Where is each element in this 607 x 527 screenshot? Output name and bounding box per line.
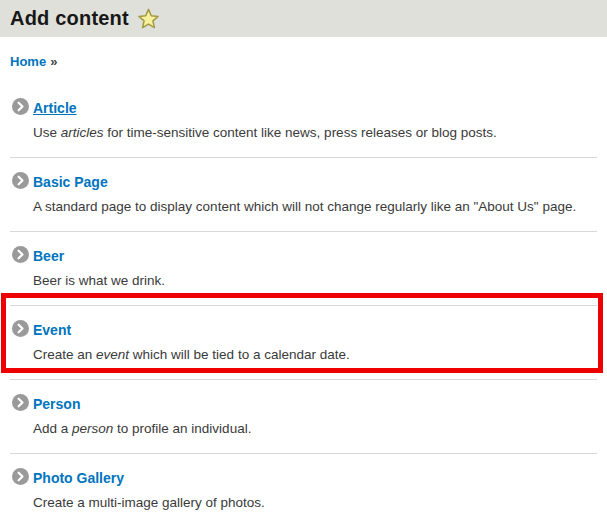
content-type-link-person[interactable]: Person xyxy=(33,396,80,412)
desc-emphasis: articles xyxy=(61,125,104,140)
content-type-description: Add a person to profile an individual. xyxy=(33,421,597,437)
chevron-right-circle-icon xyxy=(12,98,29,115)
content-type-link-photo-gallery[interactable]: Photo Gallery xyxy=(33,470,124,486)
breadcrumb-home-link[interactable]: Home xyxy=(10,54,46,69)
breadcrumb-separator: » xyxy=(50,54,57,69)
desc-text: Use xyxy=(33,125,61,140)
desc-text: to profile an individual. xyxy=(113,421,251,436)
chevron-right-circle-icon xyxy=(12,246,29,263)
desc-text: A standard page to display content which… xyxy=(33,199,576,214)
chevron-right-circle-icon xyxy=(12,394,29,411)
content-type-link-beer[interactable]: Beer xyxy=(33,248,64,264)
list-item-person: Person Add a person to profile an indivi… xyxy=(10,380,597,454)
desc-text: Create a multi-image gallery of photos. xyxy=(33,495,265,510)
list-item-article: Article Use articles for time-sensitive … xyxy=(10,84,597,158)
chevron-right-circle-icon xyxy=(12,468,29,485)
desc-text: Beer is what we drink. xyxy=(33,273,165,288)
desc-text: which will be tied to a calendar date. xyxy=(129,347,350,362)
desc-emphasis: person xyxy=(72,421,113,436)
list-item-event: Event Create an event which will be tied… xyxy=(10,306,597,380)
content-type-description: Create an event which will be tied to a … xyxy=(33,347,597,363)
desc-emphasis: event xyxy=(96,347,129,362)
chevron-right-circle-icon xyxy=(12,172,29,189)
page-title: Add content xyxy=(10,7,129,30)
favorite-star-icon[interactable] xyxy=(137,7,160,30)
desc-text: Create an xyxy=(33,347,96,362)
breadcrumb: Home» xyxy=(10,54,597,69)
desc-text: for time-sensitive content like news, pr… xyxy=(104,125,497,140)
content-type-description: Create a multi-image gallery of photos. xyxy=(33,495,597,511)
content-type-description: A standard page to display content which… xyxy=(33,199,597,215)
content-type-description: Use articles for time-sensitive content … xyxy=(33,125,597,141)
list-item-beer: Beer Beer is what we drink. xyxy=(10,232,597,306)
list-item-photo-gallery: Photo Gallery Create a multi-image galle… xyxy=(10,454,597,527)
chevron-right-circle-icon xyxy=(12,320,29,337)
desc-text: Add a xyxy=(33,421,72,436)
list-item-basic-page: Basic Page A standard page to display co… xyxy=(10,158,597,232)
content-type-link-article[interactable]: Article xyxy=(33,100,77,116)
content-type-link-basic-page[interactable]: Basic Page xyxy=(33,174,108,190)
page-header: Add content xyxy=(0,0,607,37)
content-type-list: Article Use articles for time-sensitive … xyxy=(0,84,607,527)
content-type-link-event[interactable]: Event xyxy=(33,322,71,338)
content-type-description: Beer is what we drink. xyxy=(33,273,597,289)
